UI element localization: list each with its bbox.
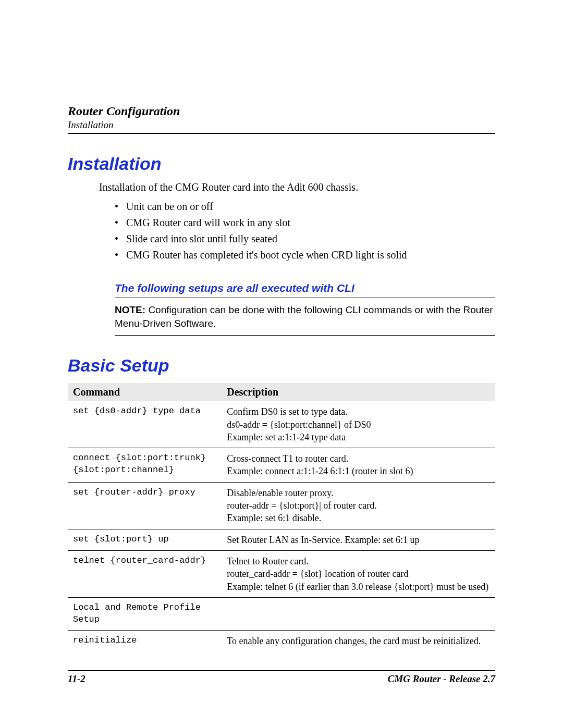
cell-command: Local and Remote Profile Setup	[68, 597, 222, 630]
footer-page: 11-2	[68, 673, 85, 685]
bullet-item: CMG Router has completed it's boot cycle…	[115, 247, 495, 263]
col-head-description: Description	[222, 383, 495, 401]
page-footer: 11-2 CMG Router - Release 2.7	[68, 673, 495, 685]
table-row: telnet {router_card-addr} Telnet to Rout…	[68, 550, 495, 597]
cell-command: set {slot:port} up	[68, 529, 222, 550]
section-heading-installation: Installation	[68, 154, 495, 174]
cell-description: Confirm DS0 is set to type data.ds0-addr…	[222, 401, 495, 448]
note-label: NOTE:	[115, 304, 145, 315]
note-body: Configuration can be done with the follo…	[115, 304, 493, 329]
installation-intro: Installation of the CMG Router card into…	[99, 181, 495, 193]
table-row: set {ds0-addr} type data Confirm DS0 is …	[68, 401, 495, 448]
cell-description: Cross-connect T1 to router card.Example:…	[222, 448, 495, 483]
cell-description: Telnet to Router card.router_card-addr =…	[222, 550, 495, 597]
footer-product: CMG Router - Release 2.7	[388, 673, 495, 685]
col-head-command: Command	[68, 383, 222, 401]
cell-description: To enable any configuration changes, the…	[222, 630, 495, 651]
table-row: set {router-addr} proxy Disable/enable r…	[68, 482, 495, 529]
cell-command: telnet {router_card-addr}	[68, 550, 222, 597]
footer-rule	[68, 670, 495, 671]
cell-description: Disable/enable router proxy.router-addr …	[222, 482, 495, 529]
cell-command: set {router-addr} proxy	[68, 482, 222, 529]
bullet-item: CMG Router card will work in any slot	[115, 215, 495, 231]
header-subtitle: Installation	[68, 119, 495, 131]
cell-description: Set Router LAN as In-Service. Example: s…	[222, 529, 495, 550]
cell-description	[222, 597, 495, 630]
page: Router Configuration Installation Instal…	[0, 0, 563, 728]
command-table: Command Description set {ds0-addr} type …	[68, 383, 495, 651]
installation-bullets: Unit can be on or off CMG Router card wi…	[115, 199, 495, 263]
cell-command: set {ds0-addr} type data	[68, 401, 222, 448]
table-row: set {slot:port} up Set Router LAN as In-…	[68, 529, 495, 550]
cli-subheading: The following setups are all executed wi…	[115, 282, 495, 294]
note-box: NOTE: Configuration can be done with the…	[115, 298, 495, 336]
section-heading-basic-setup: Basic Setup	[68, 355, 495, 376]
header-rule	[68, 133, 495, 134]
page-header: Router Configuration Installation	[68, 104, 495, 134]
header-title: Router Configuration	[68, 104, 495, 118]
table-header-row: Command Description	[68, 383, 495, 401]
bullet-item: Slide card into slot until fully seated	[115, 231, 495, 247]
table-row: reinitialize To enable any configuration…	[68, 630, 495, 651]
bullet-item: Unit can be on or off	[115, 199, 495, 215]
note-text: NOTE: Configuration can be done with the…	[115, 303, 495, 330]
cell-command: connect {slot:port:trunk} {slot:port:cha…	[68, 448, 222, 483]
table-row: connect {slot:port:trunk} {slot:port:cha…	[68, 448, 495, 483]
table-row: Local and Remote Profile Setup	[68, 597, 495, 630]
cell-command: reinitialize	[68, 630, 222, 651]
